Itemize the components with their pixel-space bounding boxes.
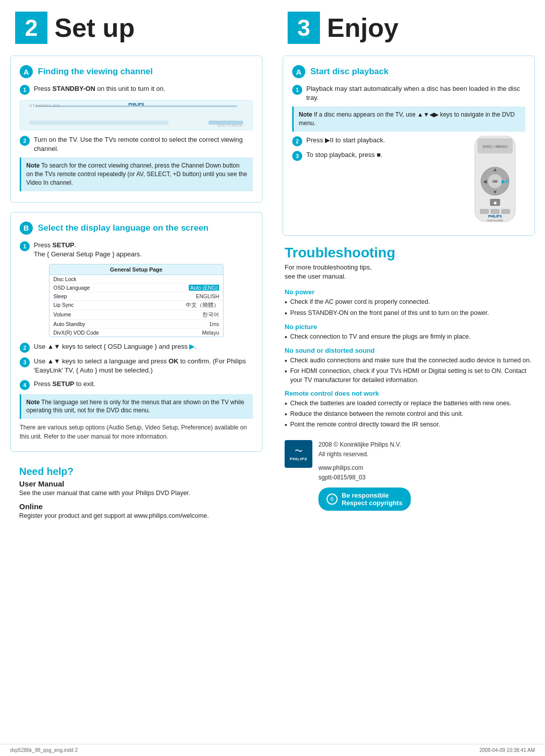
trouble-no-power-item2: • Press STANDBY-ON on the front panel of… [285, 309, 533, 318]
right-column: A Start disc playback 1 Playback may sta… [278, 56, 535, 534]
step-a2-text: Turn on the TV. Use the TVs remote contr… [34, 135, 253, 153]
step-enjoy-a3-num: 3 [292, 151, 302, 161]
svg-text:▶II: ▶II [502, 179, 509, 184]
product-code: sgptt-0815/98_03 [318, 473, 411, 482]
remote-svg: DISC / MENU ▲ ▼ ◀ ▶II OK [470, 136, 520, 227]
svg-text:■: ■ [494, 200, 497, 205]
svg-text:OK: OK [493, 180, 498, 183]
setup-table-header: General Setup Page [49, 264, 224, 275]
bottom-left-text: dvp5286k_98_qsg_eng.indd 2 [10, 747, 78, 753]
section-b-title: Select the display language on the scree… [38, 223, 208, 233]
bottom-right-text: 2008-04-09 10:38:41 AM [479, 747, 535, 753]
section-b-badge: B [20, 222, 33, 235]
note2-text: The language set here is only for the me… [26, 399, 244, 414]
general-setup-table: General Setup Page Disc Lock OSD Languag… [49, 264, 224, 337]
troubleshooting-section: Troubleshooting For more troubleshooting… [283, 245, 535, 516]
trouble-no-power-item1: • Check if the AC power cord is properly… [285, 298, 533, 307]
note-text: To search for the correct viewing channe… [26, 162, 247, 186]
setup-row-osd-lang: OSD Language Auto (ENG) [49, 284, 224, 292]
section-a-title: Finding the viewing channel [38, 67, 153, 77]
row-label: Volume [53, 311, 71, 318]
svg-text:◀: ◀ [483, 179, 487, 184]
section-enjoy-a-header: A Start disc playback [292, 65, 525, 78]
online-label: Online [19, 502, 253, 511]
step-enjoy-a2-text: Press ▶II to start playback. [306, 136, 385, 145]
setup-row-sleep: Sleep ENGLISH [49, 292, 224, 301]
row-value: Melayu [202, 330, 219, 336]
section-disc-playback: A Start disc playback 1 Playback may sta… [283, 56, 535, 236]
note-viewing-channel: Note To search for the correct viewing c… [20, 157, 253, 191]
trouble-remote-text2: Reduce the distance between the remote c… [290, 410, 463, 419]
trouble-no-sound-title: No sound or distorted sound [285, 347, 533, 354]
trouble-no-power-text2: Press STANDBY-ON on the front panel of t… [290, 309, 489, 318]
bottom-bar: dvp5286k_98_qsg_eng.indd 2 2008-04-09 10… [0, 744, 545, 756]
trouble-remote-text3: Point the remote control directly toward… [290, 420, 440, 429]
svg-text:DISC / MENU: DISC / MENU [482, 144, 508, 149]
troubleshooting-intro: For more troubleshooting tips,see the us… [285, 263, 533, 281]
step-b3: 3 Use ▲▼ keys to select a language and p… [20, 357, 253, 375]
setup-row-volume: Volume 한국어 [49, 310, 224, 320]
philips-logo-text: PHILIPS [290, 457, 307, 461]
step-a1-text: Press STANDBY-ON on this unit to turn it… [34, 84, 166, 93]
misc-setup-options: There are various setup options (Audio S… [20, 423, 253, 441]
row-label: DivX(R) VOD Code [53, 330, 99, 336]
trouble-remote-text1: Check the batteries are loaded correctly… [290, 399, 511, 408]
playback-steps: 2 Press ▶II to start playback. 3 To stop… [292, 136, 465, 165]
troubleshooting-title: Troubleshooting [285, 245, 533, 261]
step-b1-num: 1 [20, 241, 30, 251]
bullet-icon: • [285, 356, 287, 365]
header-left: 2 Set up [0, 0, 272, 56]
bullet-icon: • [285, 420, 287, 429]
trouble-remote-item2: • Reduce the distance between the remote… [285, 410, 533, 419]
step-a2: 2 Turn on the TV. Use the TVs remote con… [20, 135, 253, 153]
trouble-remote-item3: • Point the remote control directly towa… [285, 420, 533, 429]
section-enjoy-a-badge: A [292, 65, 305, 78]
need-help-section: Need help? User Manual See the user manu… [10, 461, 262, 529]
online-text: Register your product and get support at… [19, 512, 253, 521]
bullet-icon: • [285, 367, 287, 376]
step-a1-num: 1 [20, 85, 30, 95]
responsible-line1: Be responsible [342, 492, 403, 499]
website: www.philips.com [318, 463, 411, 473]
svg-text:▼: ▼ [493, 189, 498, 195]
note2-label: Note [26, 399, 40, 406]
step-a1: 1 Press STANDBY-ON on this unit to turn … [20, 84, 253, 95]
header: 2 Set up 3 Enjoy [0, 0, 545, 56]
step2-title: Set up [54, 15, 135, 41]
svg-rect-14 [501, 209, 510, 214]
svg-text:▲: ▲ [493, 167, 498, 172]
step-b4: 4 Press SETUP to exit. [20, 380, 253, 390]
svg-text:PHILIPS: PHILIPS [488, 214, 502, 218]
section-a-header: A Finding the viewing channel [20, 65, 253, 78]
philips-logo: 〜 PHILIPS [285, 440, 312, 468]
row-value: ENGLISH [196, 293, 219, 299]
trouble-no-sound-item1: • Check audio connections and make sure … [285, 356, 533, 365]
step-enjoy-a2-num: 2 [292, 136, 302, 146]
note-disc-label: Note [299, 111, 312, 118]
step-b2-text: Use ▲▼ keys to select { OSD Language } a… [34, 342, 196, 351]
need-help-title: Need help? [19, 466, 253, 477]
section-finding-channel: A Finding the viewing channel 1 Press ST… [10, 56, 262, 203]
setup-row-lip-sync: Lip Sync 中文（簡體） [49, 301, 224, 310]
svg-text:DVD PLAYER: DVD PLAYER [487, 219, 503, 222]
step-b1-text: Press SETUP. The { General Setup Page } … [34, 241, 142, 259]
main-content: A Finding the viewing channel 1 Press ST… [0, 56, 545, 539]
bullet-icon: • [285, 410, 287, 419]
step-b3-text: Use ▲▼ keys to select a language and pre… [34, 357, 253, 375]
bullet-icon: • [285, 333, 287, 342]
trouble-no-picture-item1: • Check connection to TV and ensure the … [285, 333, 533, 342]
trouble-no-power-text1: Check if the AC power cord is properly c… [290, 298, 430, 307]
bullet-icon: • [285, 309, 287, 318]
page-container: 2 Set up 3 Enjoy A Finding the viewing c… [0, 0, 545, 756]
step-enjoy-a3-text: To stop playback, press ■. [306, 150, 383, 159]
step-b4-num: 4 [20, 380, 30, 390]
bullet-icon: • [285, 298, 287, 307]
row-value: 中文（簡體） [186, 302, 219, 309]
trouble-no-sound-item2: • For HDMI connection, check if your TVs… [285, 367, 533, 385]
left-column: A Finding the viewing channel 1 Press ST… [10, 56, 267, 534]
svg-rect-13 [490, 209, 500, 214]
setup-row-disc-lock: Disc Lock [49, 275, 224, 284]
step-a2-num: 2 [20, 136, 30, 146]
step-enjoy-a2: 2 Press ▶II to start playback. [292, 136, 465, 146]
header-right: 3 Enjoy [272, 0, 545, 56]
